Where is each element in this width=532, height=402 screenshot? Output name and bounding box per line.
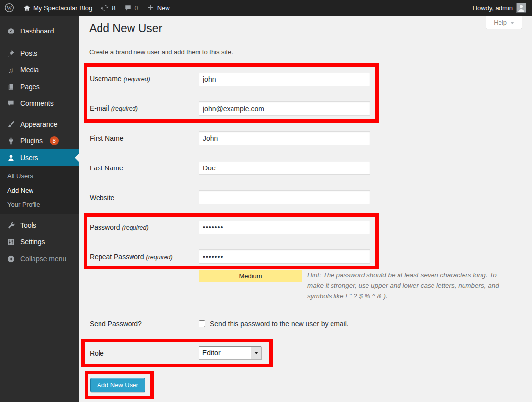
email-label: E-mail(required) [90, 104, 138, 112]
wrench-icon [6, 221, 15, 230]
collapse-icon [6, 254, 15, 263]
repeat-password-input[interactable] [199, 249, 370, 264]
sidebar-label: Posts [20, 49, 37, 57]
site-name-menu[interactable]: My Spectacular Blog [19, 0, 97, 16]
sidebar-label: Appearance [20, 120, 58, 128]
role-label: Role [90, 349, 104, 357]
admin-bar: W My Spectacular Blog 8 0 New Howdy, adm… [0, 0, 532, 16]
main-content: Help Add New User Create a brand new use… [79, 16, 532, 402]
dashboard-icon [6, 27, 15, 35]
help-button[interactable]: Help [486, 16, 522, 29]
paintbrush-icon [6, 120, 15, 129]
sidebar-item-collapse-menu[interactable]: Collapse menu [0, 250, 79, 267]
comments-menu[interactable]: 0 [120, 0, 142, 16]
chevron-down-icon [254, 352, 258, 354]
sidebar-label: Collapse menu [20, 255, 66, 263]
new-content-menu[interactable]: New [143, 0, 174, 16]
username-label: Username(required) [90, 75, 150, 83]
comment-icon [6, 99, 15, 108]
sidebar-item-media[interactable]: ♫ Media [0, 62, 79, 78]
submenu-your-profile[interactable]: Your Profile [0, 198, 79, 212]
comment-bubble-icon [124, 4, 132, 12]
password-input[interactable] [199, 220, 370, 234]
send-password-label: Send Password? [90, 320, 142, 328]
username-input[interactable] [199, 72, 370, 86]
sidebar-item-posts[interactable]: Posts [0, 45, 79, 62]
wordpress-logo-menu[interactable]: W [0, 0, 19, 16]
sidebar-item-pages[interactable]: Pages [0, 78, 79, 95]
sidebar-label: Comments [20, 100, 54, 107]
avatar [516, 3, 526, 13]
add-new-user-button[interactable]: Add New User [90, 378, 145, 392]
sidebar-label: Settings [20, 238, 45, 246]
sidebar-label: Pages [20, 83, 40, 91]
email-field[interactable] [199, 101, 370, 116]
submenu-add-new[interactable]: Add New [0, 183, 79, 198]
page-subtitle: Create a brand new user and add them to … [89, 48, 233, 56]
update-count: 8 [112, 4, 115, 12]
select-dropdown-button[interactable] [251, 347, 261, 359]
svg-text:W: W [7, 5, 12, 11]
role-select[interactable]: Editor [199, 346, 261, 359]
help-label: Help [494, 19, 507, 26]
website-label: Website [90, 194, 114, 201]
account-menu[interactable]: Howdy, admin [473, 3, 532, 13]
first-name-input[interactable] [199, 131, 370, 145]
pages-icon [6, 82, 15, 91]
send-password-checkbox-label: Send this password to the new user by em… [210, 320, 349, 328]
sidebar-label: Media [20, 66, 39, 74]
website-input[interactable] [199, 190, 370, 204]
sidebar-item-plugins[interactable]: Plugins 8 [0, 133, 79, 149]
first-name-label: First Name [90, 134, 123, 142]
page-title: Add New User [89, 22, 162, 35]
last-name-label: Last Name [90, 164, 123, 172]
send-password-checkbox[interactable] [199, 320, 205, 327]
role-selected-value: Editor [199, 347, 251, 359]
sidebar-item-dashboard[interactable]: Dashboard [0, 23, 79, 39]
sidebar-item-users[interactable]: Users [0, 149, 79, 166]
sliders-icon [6, 237, 15, 246]
repeat-password-label: Repeat Password(required) [90, 253, 173, 261]
sidebar-item-comments[interactable]: Comments [0, 95, 79, 112]
sidebar-item-settings[interactable]: Settings [0, 234, 79, 250]
pushpin-icon [6, 49, 15, 58]
chevron-down-icon [510, 22, 514, 24]
new-label: New [157, 4, 170, 12]
admin-sidebar: Dashboard Posts ♫ Media Pages Comments [0, 16, 79, 402]
sidebar-label: Plugins [20, 137, 43, 145]
plus-icon [147, 4, 154, 11]
sidebar-label: Users [20, 154, 38, 162]
plug-icon [6, 136, 15, 145]
sidebar-item-tools[interactable]: Tools [0, 217, 79, 234]
sidebar-item-appearance[interactable]: Appearance [0, 116, 79, 133]
sidebar-label: Tools [20, 221, 36, 229]
password-hint-block: Medium Hint: The password should be at l… [199, 270, 514, 301]
home-icon [23, 4, 31, 12]
password-label: Password(required) [90, 223, 149, 231]
plugins-update-badge: 8 [50, 136, 59, 145]
user-icon [6, 153, 15, 162]
password-hint-text: Hint: The password should be at least se… [307, 271, 499, 300]
media-icon: ♫ [6, 66, 15, 74]
password-strength-meter: Medium [199, 270, 302, 282]
comment-count: 0 [134, 4, 138, 12]
users-submenu: All Users Add New Your Profile [0, 166, 79, 214]
updates-icon [101, 4, 109, 12]
submenu-all-users[interactable]: All Users [0, 169, 79, 183]
updates-menu[interactable]: 8 [97, 0, 120, 16]
last-name-input[interactable] [199, 161, 370, 175]
howdy-text: Howdy, admin [473, 4, 513, 12]
wordpress-logo-icon: W [4, 3, 14, 13]
site-name: My Spectacular Blog [33, 4, 92, 12]
sidebar-label: Dashboard [20, 27, 54, 35]
